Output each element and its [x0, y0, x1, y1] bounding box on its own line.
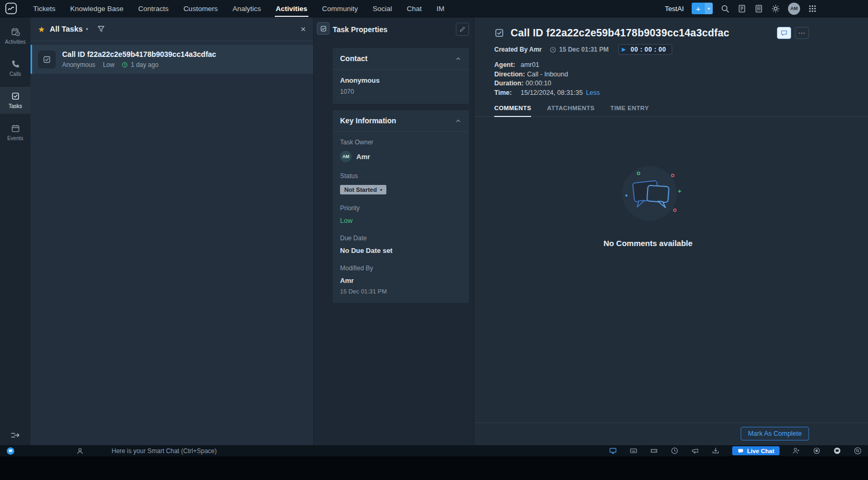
nav-item-chat[interactable]: Chat — [400, 0, 430, 17]
task-owner-field: Task Owner AM Amr — [340, 139, 462, 162]
tab-time-entry[interactable]: TIME ENTRY — [611, 105, 649, 111]
status-dropdown[interactable]: Not Started ▾ — [340, 185, 386, 194]
modified-by-field: Modified By Amr 15 Dec 01:31 PM — [340, 265, 462, 295]
smart-chat-bar: Here is your Smart Chat (Ctrl+Space) Liv… — [0, 445, 868, 456]
primary-nav: Tickets Knowledge Base Contracts Custome… — [26, 0, 452, 17]
detail-footer: Mark As Complete — [474, 423, 868, 445]
apps-grid-icon[interactable] — [808, 4, 817, 13]
announcement-icon[interactable] — [691, 447, 699, 455]
whats-new-icon[interactable] — [737, 4, 746, 13]
clock-icon — [550, 46, 556, 53]
key-information-header[interactable]: Key Information — [333, 110, 469, 132]
sidebar-item-tasks[interactable]: Tasks — [0, 87, 31, 114]
mark-as-complete-button[interactable]: Mark As Complete — [741, 427, 809, 440]
key-information-body: Task Owner AM Amr Status Not Started ▾ — [333, 132, 469, 303]
status-field: Status Not Started ▾ — [340, 172, 462, 194]
edit-properties-icon[interactable] — [456, 23, 469, 36]
invite-user-icon[interactable] — [792, 447, 800, 455]
task-icon — [38, 51, 56, 68]
play-icon[interactable]: ▶ — [622, 47, 626, 52]
empty-comments-illustration — [608, 162, 687, 225]
task-detail-title: Call ID f22a22c2e59b4178b9039cc14a3cdfac — [511, 27, 730, 39]
add-button[interactable]: + — [692, 3, 705, 14]
smart-chat-icon[interactable] — [6, 447, 15, 455]
record-icon[interactable] — [813, 447, 821, 455]
inbox-tray-icon[interactable] — [712, 447, 720, 455]
screen-share-icon[interactable] — [609, 447, 617, 455]
record-tab-rail — [314, 17, 333, 445]
tab-comments[interactable]: COMMENTS — [494, 105, 531, 111]
contact-section-title: Contact — [340, 54, 367, 63]
profile-icon[interactable] — [76, 447, 84, 455]
chevron-down-icon: ▾ — [380, 188, 382, 192]
detail-header-actions: ⋯ — [777, 27, 809, 39]
time-label: Time: — [494, 89, 518, 98]
keyboard-icon[interactable] — [630, 447, 637, 455]
sidebar-item-calls[interactable]: Calls — [0, 55, 31, 82]
task-item-body: Call ID f22a22c2e59b4178b9039cc14a3cdfac… — [62, 50, 216, 68]
nav-item-tickets[interactable]: Tickets — [26, 0, 63, 17]
nav-item-knowledge-base[interactable]: Knowledge Base — [63, 0, 131, 17]
nav-item-activities[interactable]: Activities — [268, 0, 315, 17]
task-item-contact: Anonymous — [62, 61, 95, 68]
settings-gear-icon[interactable] — [771, 4, 780, 13]
contact-section-header[interactable]: Contact — [333, 48, 469, 70]
task-list-header: ★ All Tasks ▾ × — [31, 17, 313, 41]
priority-value: Low — [340, 217, 462, 224]
search-widget-icon[interactable] — [854, 447, 862, 455]
detail-header: Call ID f22a22c2e59b4178b9039cc14a3cdfac… — [474, 17, 868, 39]
task-list-panel: ★ All Tasks ▾ × Call ID f22a22c2e59b4178… — [31, 17, 313, 445]
task-view-selector[interactable]: All Tasks ▾ — [49, 25, 88, 33]
task-item-priority: Low — [103, 61, 114, 68]
duration-value: 00:00:10 — [526, 80, 552, 87]
less-link[interactable]: Less — [586, 89, 600, 96]
chevron-down-icon: ▾ — [86, 26, 88, 32]
sidebar-item-activities[interactable]: Activities — [0, 23, 31, 50]
chat-widget-icon[interactable] — [833, 447, 841, 455]
org-name[interactable]: TestAI — [665, 5, 684, 13]
app-logo-icon[interactable] — [5, 2, 17, 15]
smart-chat-input[interactable]: Here is your Smart Chat (Ctrl+Space) — [112, 447, 217, 455]
expand-sidebar-icon[interactable] — [11, 432, 20, 439]
status-bar-actions: Live Chat — [609, 446, 862, 455]
sidebar-item-label: Events — [7, 135, 24, 141]
task-list-item[interactable]: Call ID f22a22c2e59b4178b9039cc14a3cdfac… — [31, 45, 313, 74]
direction-value: Call - Inbound — [527, 71, 568, 78]
contact-section-body: Anonymous 1070 — [333, 70, 469, 104]
comment-action-button[interactable] — [777, 27, 791, 39]
nav-item-contracts[interactable]: Contracts — [131, 0, 176, 17]
modified-time: 15 Dec 01:31 PM — [340, 288, 462, 295]
nav-item-community[interactable]: Community — [315, 0, 365, 17]
favorite-star-icon[interactable]: ★ — [38, 25, 45, 33]
owner-avatar: AM — [340, 151, 352, 162]
history-clock-icon[interactable] — [671, 447, 679, 455]
sidebar-item-events[interactable]: Events — [0, 119, 31, 146]
ticket-icon[interactable] — [650, 447, 658, 455]
timer-widget[interactable]: ▶ 00 : 00 : 00 — [618, 44, 672, 55]
timer-value: 00 : 00 : 00 — [631, 46, 666, 53]
tab-attachments[interactable]: ATTACHMENTS — [547, 105, 594, 111]
user-avatar[interactable]: AM — [788, 3, 800, 15]
task-view-label: All Tasks — [49, 25, 83, 33]
nav-item-social[interactable]: Social — [365, 0, 400, 17]
more-actions-button[interactable]: ⋯ — [795, 27, 809, 39]
filter-icon[interactable] — [97, 25, 105, 33]
nav-item-im[interactable]: IM — [429, 0, 452, 17]
dialpad-icon[interactable] — [754, 4, 763, 13]
task-record-tab[interactable] — [317, 22, 330, 35]
search-icon[interactable] — [721, 4, 730, 13]
status-label: Status — [340, 172, 462, 180]
contact-section: Contact Anonymous 1070 — [333, 48, 469, 104]
live-chat-button[interactable]: Live Chat — [732, 446, 780, 455]
nav-item-analytics[interactable]: Analytics — [225, 0, 268, 17]
priority-label: Priority — [340, 204, 462, 212]
nav-item-customers[interactable]: Customers — [176, 0, 225, 17]
add-dropdown-caret-icon[interactable]: ▾ — [705, 3, 713, 14]
contact-name[interactable]: Anonymous — [340, 76, 462, 84]
close-list-icon[interactable]: × — [301, 25, 306, 34]
sidebar-item-label: Activities — [5, 39, 25, 45]
created-time: 15 Dec 01:31 PM — [559, 46, 608, 53]
tasks-icon — [11, 92, 20, 101]
properties-scroll-area: Contact Anonymous 1070 Key Information — [333, 41, 469, 309]
duration-label: Duration: — [494, 79, 524, 89]
